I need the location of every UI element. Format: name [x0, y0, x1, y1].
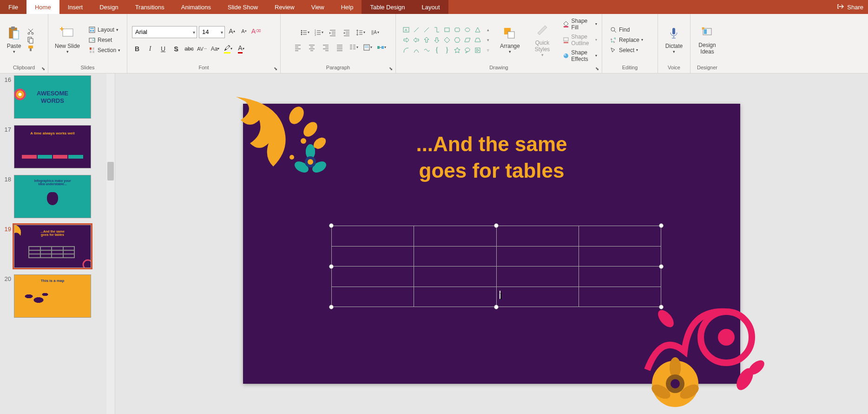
replace-button[interactable]: abReplace▾ [608, 35, 645, 45]
decrease-font-button[interactable]: A▾ [239, 26, 249, 36]
reset-button[interactable]: Reset [86, 35, 122, 45]
paragraph-dialog-launcher[interactable]: ⬊ [388, 65, 394, 72]
layout-button[interactable]: Layout▾ [86, 25, 122, 34]
shape-roundrect[interactable] [453, 25, 462, 34]
slide-table-selection[interactable]: I [331, 226, 661, 307]
paste-button[interactable]: Paste ▾ [3, 25, 25, 55]
shape-callout[interactable] [463, 46, 472, 55]
slide-thumbnail-19[interactable]: ...And the samegoes for tables [14, 225, 91, 268]
quick-styles-button[interactable]: Quick Styles▾ [527, 22, 558, 58]
line-spacing-button[interactable]: ▾ [355, 27, 366, 38]
shape-connector[interactable] [432, 25, 441, 34]
slide-thumbnails-panel[interactable]: 16 AWESOMEWORDS 17 A time always works w… [0, 73, 115, 414]
share-button[interactable]: Share [837, 3, 863, 12]
slide-thumbnail-16[interactable]: AWESOMEWORDS [14, 75, 91, 119]
shape-effects-button[interactable]: Shape Effects▾ [561, 48, 599, 63]
tab-review[interactable]: Review [266, 0, 303, 14]
char-spacing-button[interactable]: AV↔ [197, 44, 207, 54]
clipboard-dialog-launcher[interactable]: ⬊ [40, 65, 46, 72]
bold-button[interactable]: B [132, 44, 142, 54]
design-ideas-button[interactable]: Design Ideas [693, 24, 721, 56]
tab-transitions[interactable]: Transitions [127, 0, 173, 14]
shape-curve[interactable] [412, 46, 421, 55]
numbering-button[interactable]: 123▾ [313, 27, 324, 38]
shape-arc[interactable] [401, 46, 411, 55]
columns-button[interactable]: ▾ [348, 42, 359, 53]
font-dialog-launcher[interactable]: ⬊ [272, 65, 279, 72]
shape-scroll-down[interactable]: ▾ [483, 35, 493, 45]
italic-button[interactable]: I [145, 44, 155, 54]
slide-thumbnail-18[interactable]: Infographics make youridea understable..… [14, 175, 91, 218]
tab-layout[interactable]: Layout [414, 0, 448, 14]
clear-formatting-button[interactable]: A⌫ [251, 26, 261, 36]
tab-help[interactable]: Help [333, 0, 362, 14]
slide-thumbnail-17[interactable]: A time always works well [14, 125, 91, 168]
shape-more[interactable]: ▿ [483, 46, 493, 55]
slide-canvas-area[interactable]: ...And the same goes for tables [115, 73, 868, 414]
shapes-gallery[interactable]: A ▴ ▾ { [401, 25, 493, 55]
font-size-selector[interactable] [199, 26, 225, 38]
selection-handle[interactable] [494, 223, 499, 228]
shape-parallelogram[interactable] [463, 35, 472, 45]
shape-line[interactable] [412, 25, 421, 34]
select-button[interactable]: Select▾ [608, 46, 645, 55]
shape-hexagon[interactable] [453, 35, 462, 45]
text-direction-button[interactable]: ||A▾ [369, 27, 380, 38]
strikethrough-button[interactable]: abc [184, 44, 194, 54]
drawing-dialog-launcher[interactable]: ⬊ [594, 65, 600, 72]
thumb-scrollbar[interactable] [106, 73, 115, 414]
bullets-button[interactable]: ▾ [299, 27, 310, 38]
section-button[interactable]: Section▾ [86, 46, 122, 55]
shape-diamond[interactable] [442, 35, 452, 45]
shape-freeform[interactable] [422, 46, 431, 55]
align-center-button[interactable] [306, 42, 317, 53]
tab-home[interactable]: Home [26, 0, 59, 14]
shape-arrow-u[interactable] [422, 35, 431, 45]
selection-handle[interactable] [494, 305, 499, 309]
selection-handle[interactable] [659, 264, 664, 269]
change-case-button[interactable]: Aa▾ [210, 44, 220, 54]
shape-triangle[interactable] [473, 25, 482, 34]
cut-button[interactable] [27, 28, 34, 35]
justify-button[interactable] [334, 42, 345, 53]
align-text-button[interactable]: ▾ [362, 42, 373, 53]
arrange-button[interactable]: Arrange▾ [496, 25, 524, 55]
shape-scroll-up[interactable]: ▴ [483, 25, 493, 34]
align-right-button[interactable] [320, 42, 331, 53]
shape-arrow-r[interactable] [401, 35, 411, 45]
slide-title[interactable]: ...And the same goes for tables [293, 131, 690, 184]
underline-button[interactable]: U [158, 44, 168, 54]
new-slide-button[interactable]: New Slide ▾ [51, 25, 84, 55]
shape-textbox[interactable]: A [401, 25, 411, 34]
shape-star[interactable] [453, 46, 462, 55]
tab-view[interactable]: View [303, 0, 333, 14]
selection-handle[interactable] [659, 223, 664, 228]
align-left-button[interactable] [292, 42, 303, 53]
shape-arrow-d[interactable] [432, 35, 441, 45]
slide-thumbnail-20[interactable]: This is a map [14, 274, 91, 318]
tab-file[interactable]: File [0, 0, 26, 14]
shape-arrow-l[interactable] [412, 35, 421, 45]
tab-insert[interactable]: Insert [59, 0, 92, 14]
tab-animations[interactable]: Animations [173, 0, 219, 14]
decrease-indent-button[interactable] [327, 27, 338, 38]
format-painter-button[interactable] [27, 45, 34, 52]
shape-line2[interactable] [422, 25, 431, 34]
tab-design[interactable]: Design [91, 0, 126, 14]
selection-handle[interactable] [329, 305, 334, 309]
tab-slideshow[interactable]: Slide Show [219, 0, 266, 14]
shadow-button[interactable]: S [171, 44, 181, 54]
slide-table[interactable] [331, 226, 661, 307]
shape-rect[interactable] [442, 25, 452, 34]
shape-brace-l[interactable]: { [432, 46, 441, 55]
highlight-button[interactable]: 🖍▾ [223, 44, 233, 54]
selection-handle[interactable] [329, 264, 334, 269]
shape-outline-button[interactable]: Shape Outline▾ [561, 33, 599, 47]
shape-fill-button[interactable]: Shape Fill▾ [561, 17, 599, 32]
shape-action[interactable] [473, 46, 482, 55]
find-button[interactable]: Find [608, 25, 645, 34]
shape-brace-r[interactable]: } [442, 46, 452, 55]
dictate-button[interactable]: Dictate▾ [662, 25, 686, 55]
shape-oval[interactable] [463, 25, 472, 34]
selection-handle[interactable] [329, 223, 334, 228]
